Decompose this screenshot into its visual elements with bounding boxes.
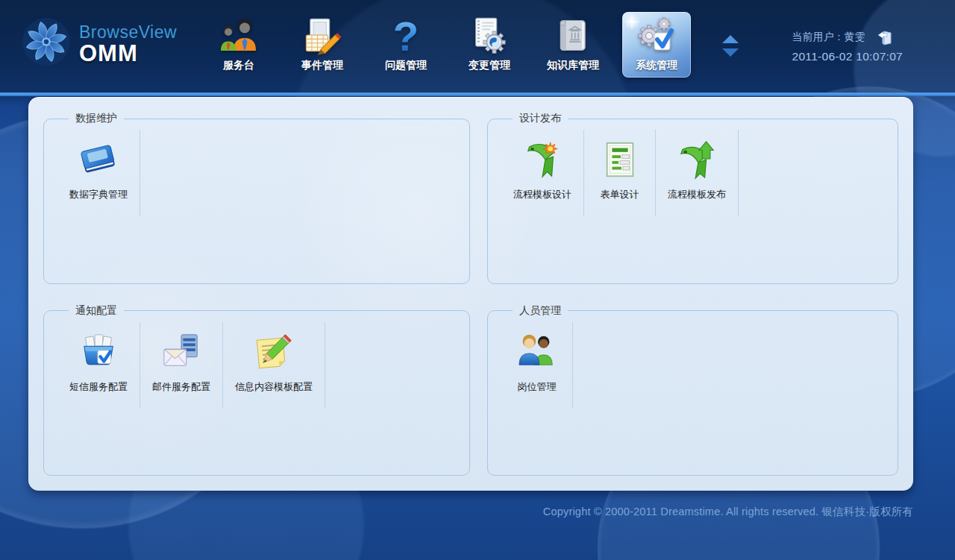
current-datetime: 2011-06-02 10:07:07 xyxy=(792,50,903,63)
nav-item-system-mgmt[interactable]: 系统管理 xyxy=(622,12,691,78)
main-nav: 服务台 事件管理 ? xyxy=(204,9,691,78)
nav-pager xyxy=(722,35,739,57)
item-process-template-publish[interactable]: 流程模板发布 xyxy=(656,130,739,216)
panel-title: 设计发布 xyxy=(513,112,568,125)
system-mgmt-icon xyxy=(637,13,676,55)
item-label: 流程模板设计 xyxy=(513,188,572,201)
item-label: 表单设计 xyxy=(601,188,639,201)
item-label: 数据字典管理 xyxy=(69,188,128,201)
message-template-config-icon xyxy=(254,332,294,375)
data-dictionary-icon xyxy=(78,139,119,183)
up-arrow-icon[interactable] xyxy=(722,35,739,43)
process-template-design-icon xyxy=(522,139,563,183)
nav-item-label: 知识库管理 xyxy=(547,59,599,72)
brand-product: OMM xyxy=(79,43,177,64)
nav-item-label: 事件管理 xyxy=(301,59,343,72)
nav-item-knowledge-base[interactable]: 知识库管理 xyxy=(539,12,607,78)
nav-item-label: 系统管理 xyxy=(636,59,677,72)
panel-design-publish: 设计发布 流程模板设计 xyxy=(487,112,898,284)
problem-mgmt-icon: ? xyxy=(386,13,425,55)
item-data-dictionary[interactable]: 数据字典管理 xyxy=(57,130,140,216)
app-logo: BrowseView OMM xyxy=(21,16,177,70)
nav-item-service-desk[interactable]: 服务台 xyxy=(204,12,273,78)
form-design-icon xyxy=(600,139,640,183)
panel-personnel-mgmt: 人员管理 xyxy=(487,304,898,476)
nav-item-change-mgmt[interactable]: 变更管理 xyxy=(455,12,524,78)
item-label: 流程模板发布 xyxy=(668,188,726,201)
item-label: 岗位管理 xyxy=(518,380,557,394)
item-message-template-config[interactable]: 信息内容模板配置 xyxy=(223,322,325,409)
panel-title: 人员管理 xyxy=(513,304,568,318)
current-user-label: 当前用户：黄雯 xyxy=(792,31,865,44)
position-mgmt-icon xyxy=(517,332,557,375)
process-template-publish-icon xyxy=(677,139,717,183)
logout-icon[interactable] xyxy=(877,29,894,45)
brand-name: BrowseView xyxy=(79,22,177,43)
panel-notification-config: 通知配置 xyxy=(43,304,470,476)
incident-mgmt-icon xyxy=(303,13,342,55)
service-desk-icon xyxy=(219,13,258,55)
item-sms-service-config[interactable]: 短信服务配置 xyxy=(57,322,140,409)
item-process-template-design[interactable]: 流程模板设计 xyxy=(501,130,584,216)
nav-item-incident-mgmt[interactable]: 事件管理 xyxy=(288,12,357,78)
item-label: 短信服务配置 xyxy=(69,380,128,394)
svg-text:?: ? xyxy=(393,16,419,55)
panel-title: 数据维护 xyxy=(69,112,124,125)
nav-item-label: 变更管理 xyxy=(469,59,510,72)
panel-title: 通知配置 xyxy=(69,304,124,318)
down-arrow-icon[interactable] xyxy=(722,48,739,57)
knowledge-base-icon xyxy=(554,13,592,55)
sms-service-config-icon xyxy=(78,332,119,375)
user-info: 当前用户：黄雯 2011-06-02 10:07:07 xyxy=(792,29,903,63)
panel-data-maintenance: 数据维护 xyxy=(43,112,470,284)
pinwheel-logo-icon xyxy=(21,16,72,70)
item-label: 邮件服务配置 xyxy=(152,380,210,394)
change-mgmt-icon xyxy=(470,13,509,55)
nav-item-label: 问题管理 xyxy=(385,59,427,72)
nav-item-problem-mgmt[interactable]: ? 问题管理 xyxy=(372,12,440,78)
copyright-text: Copyright © 2000-2011 Dreamstime. All ri… xyxy=(543,505,913,519)
mail-service-config-icon xyxy=(161,332,201,375)
item-form-design[interactable]: 表单设计 xyxy=(584,130,656,216)
main-content-card: 数据维护 xyxy=(28,97,913,491)
item-position-mgmt[interactable]: 岗位管理 xyxy=(501,322,573,409)
item-label: 信息内容模板配置 xyxy=(235,380,313,394)
item-mail-service-config[interactable]: 邮件服务配置 xyxy=(140,322,223,409)
nav-item-label: 服务台 xyxy=(223,59,254,72)
